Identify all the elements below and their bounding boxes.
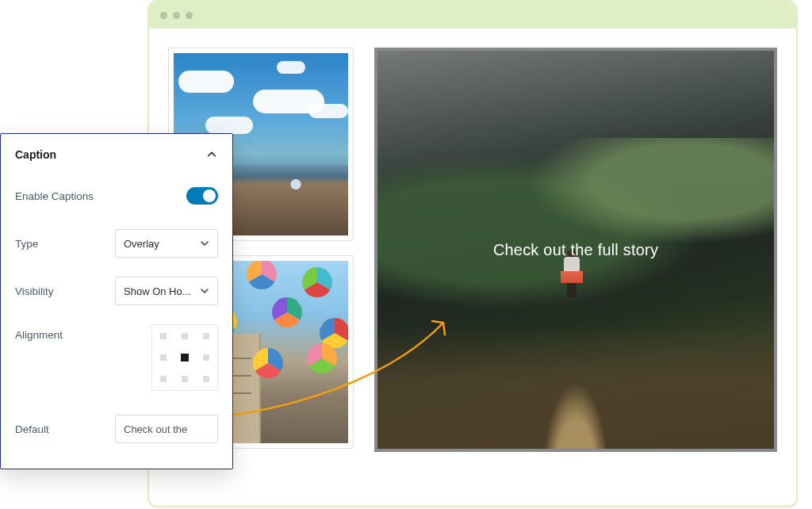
window-titlebar (149, 2, 796, 29)
caption-text: Check out the full story (493, 241, 658, 259)
type-label: Type (15, 238, 38, 250)
caption-settings-panel: Caption Enable Captions Type Overlay Vis… (0, 133, 233, 469)
visibility-row: Visibility Show On Ho... (15, 277, 218, 305)
alignment-grid (151, 324, 218, 391)
visibility-select[interactable]: Show On Ho... (115, 277, 218, 305)
lightbox-image[interactable]: Check out the full story (374, 48, 777, 452)
viewport: Check out the full story (149, 29, 796, 506)
chevron-down-icon (200, 239, 209, 248)
panel-header[interactable]: Caption (15, 148, 218, 161)
type-select[interactable]: Overlay (115, 229, 218, 258)
default-caption-input[interactable]: Check out the (115, 415, 218, 443)
enable-captions-label: Enable Captions (15, 190, 94, 202)
default-label: Default (15, 423, 49, 435)
type-select-value: Overlay (124, 238, 159, 250)
align-top-right[interactable] (196, 325, 217, 346)
visibility-select-value: Show On Ho... (124, 285, 191, 297)
chevron-up-icon[interactable] (205, 148, 218, 161)
align-bottom-left[interactable] (152, 369, 174, 390)
align-middle-center[interactable] (174, 346, 195, 368)
default-caption-value: Check out the (124, 423, 187, 435)
visibility-label: Visibility (15, 285, 54, 297)
default-row: Default Check out the (15, 415, 218, 443)
align-top-left[interactable] (152, 325, 174, 346)
enable-captions-toggle[interactable] (186, 187, 218, 205)
align-bottom-right[interactable] (196, 369, 217, 390)
type-row: Type Overlay (15, 229, 218, 258)
browser-window: Check out the full story (147, 0, 798, 507)
alignment-label: Alignment (15, 324, 63, 341)
featured-image: Check out the full story (377, 51, 774, 449)
align-middle-left[interactable] (152, 346, 174, 368)
enable-captions-row: Enable Captions (15, 182, 218, 210)
caption-overlay: Check out the full story (377, 51, 774, 449)
align-middle-right[interactable] (196, 346, 217, 368)
panel-title: Caption (15, 148, 56, 161)
window-dot (173, 12, 180, 19)
align-bottom-center[interactable] (174, 369, 195, 390)
window-dot (186, 12, 193, 19)
chevron-down-icon (200, 286, 209, 296)
gallery: Check out the full story (168, 48, 777, 452)
alignment-row: Alignment (15, 324, 218, 391)
align-top-center[interactable] (174, 325, 195, 346)
window-dot (160, 12, 167, 19)
